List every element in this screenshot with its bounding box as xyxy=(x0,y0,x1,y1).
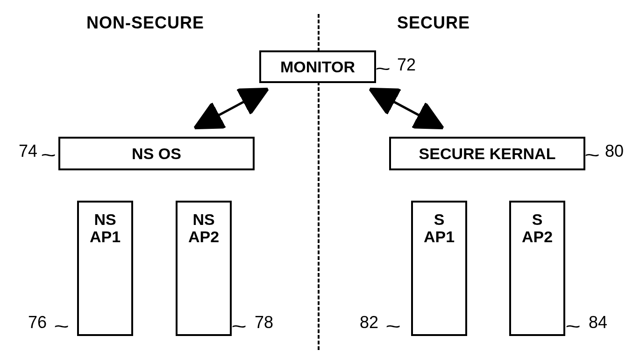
arrow-monitor-securekernel xyxy=(362,82,451,138)
s-ap1-box: S AP1 xyxy=(411,201,467,336)
svg-line-1 xyxy=(374,91,439,126)
tilde-icon: ~ xyxy=(584,145,600,166)
tilde-icon: ~ xyxy=(54,316,69,337)
header-non-secure: NON-SECURE xyxy=(86,13,204,33)
diagram-canvas: NON-SECURE SECURE MONITOR ~ 72 xyxy=(0,0,640,364)
ns-ap2-line2: AP2 xyxy=(188,228,219,245)
s-ap1-line2: AP1 xyxy=(424,228,455,245)
ns-ap1-line1: NS xyxy=(94,211,116,228)
ns-os-box: NS OS xyxy=(58,137,255,170)
ns-ap1-ref: 76 xyxy=(28,313,47,332)
ns-ap2-box: NS AP2 xyxy=(176,201,232,336)
secure-kernel-label: SECURE KERNAL xyxy=(419,145,556,163)
tilde-icon: ~ xyxy=(41,145,56,166)
monitor-ref: 72 xyxy=(397,55,416,75)
s-ap2-line1: S xyxy=(532,211,543,228)
ns-ap2-line1: NS xyxy=(192,211,214,228)
arrow-monitor-nsos xyxy=(187,82,276,138)
secure-kernel-box: SECURE KERNAL xyxy=(389,137,585,170)
monitor-box: MONITOR xyxy=(259,50,376,83)
ns-ap2-ref: 78 xyxy=(255,313,273,332)
ns-ap1-box: NS AP1 xyxy=(77,201,133,336)
svg-line-0 xyxy=(199,91,264,126)
tilde-icon: ~ xyxy=(375,58,391,79)
s-ap2-line2: AP2 xyxy=(522,228,553,245)
ns-os-ref: 74 xyxy=(19,141,37,161)
ns-ap1-line2: AP1 xyxy=(90,228,121,245)
s-ap2-box: S AP2 xyxy=(509,201,565,336)
s-ap1-line1: S xyxy=(434,211,445,228)
s-ap1-ref: 82 xyxy=(360,313,378,332)
monitor-label: MONITOR xyxy=(280,58,355,76)
tilde-icon: ~ xyxy=(385,316,401,337)
tilde-icon: ~ xyxy=(565,316,581,337)
ns-os-label: NS OS xyxy=(132,145,181,163)
secure-kernel-ref: 80 xyxy=(605,141,624,161)
header-secure: SECURE xyxy=(397,13,470,33)
s-ap2-ref: 84 xyxy=(589,313,607,332)
tilde-icon: ~ xyxy=(231,316,247,337)
